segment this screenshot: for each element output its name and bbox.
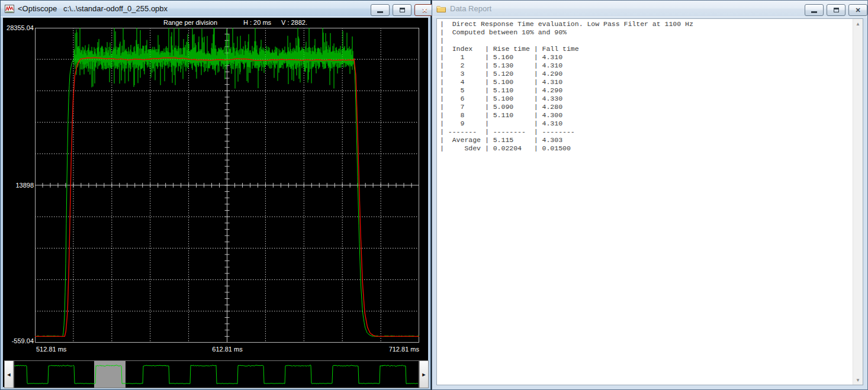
minimize-icon <box>377 11 383 13</box>
folder-icon <box>436 5 446 13</box>
scroll-right-icon: ► <box>422 372 427 378</box>
report-minimize-button[interactable] <box>805 4 824 16</box>
horizontal-scale-value: H : 20 ms <box>243 19 271 26</box>
scroll-left-icon: ◄ <box>7 372 12 378</box>
minimize-button[interactable] <box>371 4 390 16</box>
data-report-titlebar[interactable]: Data Report ✕ <box>432 1 867 17</box>
overview-scroll-right-button[interactable]: ► <box>419 360 429 388</box>
optiscope-window-title: <Optiscope c:\..\standar-odoff_0_255.opb… <box>18 4 168 13</box>
scroll-up-icon[interactable]: ▲ <box>853 19 863 28</box>
vertical-scale-value: V : 2882. <box>281 19 307 26</box>
close-icon: ✕ <box>855 7 860 14</box>
x-axis-right-label: 712.81 ms <box>336 346 419 353</box>
scroll-down-icon[interactable]: ▼ <box>853 375 863 385</box>
y-axis-mid-label: 13898 <box>1 182 34 189</box>
data-report-window: Data Report ✕ | Direct Response Time eva… <box>432 0 868 390</box>
minimize-icon <box>811 11 817 13</box>
restore-icon <box>400 8 405 12</box>
overview-strip[interactable] <box>14 360 419 388</box>
overview-waveform[interactable] <box>14 361 419 388</box>
data-report-window-title: Data Report <box>450 4 491 13</box>
report-text: | Direct Response Time evaluation. Low P… <box>440 20 693 153</box>
overview-scroll-left-button[interactable]: ◄ <box>4 360 14 388</box>
y-axis-min-label: -559.04 <box>1 337 34 344</box>
report-client-area: | Direct Response Time evaluation. Low P… <box>436 18 863 385</box>
oscilloscope-plot <box>35 28 419 343</box>
optiscope-titlebar[interactable]: <Optiscope c:\..\standar-odoff_0_255.opb… <box>1 1 430 17</box>
y-axis-max-label: 28355.04 <box>1 24 34 31</box>
x-axis-left-label: 512.81 ms <box>36 346 66 353</box>
restore-button[interactable] <box>393 4 412 16</box>
report-close-button[interactable]: ✕ <box>848 4 867 16</box>
range-per-division-label: Range per division <box>163 19 217 26</box>
restore-icon <box>834 8 839 12</box>
report-restore-button[interactable] <box>827 4 846 16</box>
optiscope-window: <Optiscope c:\..\standar-odoff_0_255.opb… <box>0 0 431 390</box>
close-icon: ✕ <box>422 7 427 14</box>
optiscope-app-icon <box>5 4 14 14</box>
x-axis-center-label: 612.81 ms <box>186 346 269 353</box>
report-vertical-scrollbar[interactable]: ▲ ▼ <box>853 19 863 385</box>
